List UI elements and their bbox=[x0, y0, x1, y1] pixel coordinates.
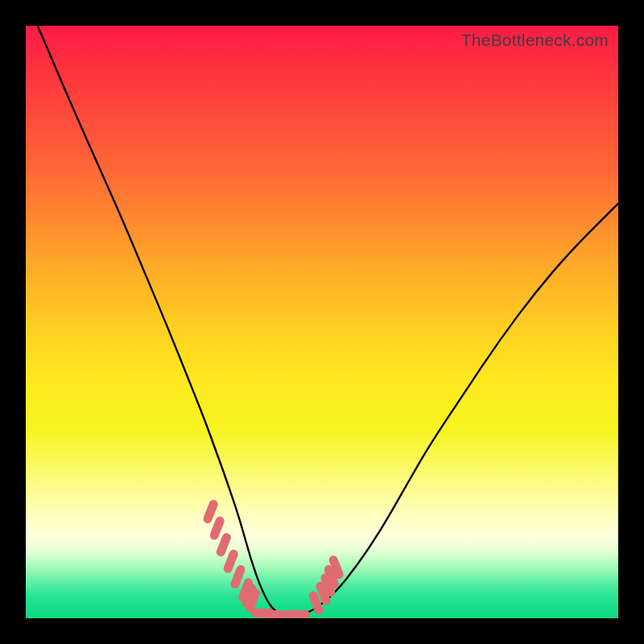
threshold-marker bbox=[221, 538, 226, 552]
threshold-marker bbox=[313, 596, 319, 610]
chart-svg bbox=[26, 26, 618, 618]
threshold-marker bbox=[228, 554, 233, 568]
plot-area: TheBottleneck.com bbox=[26, 26, 618, 618]
threshold-marker bbox=[235, 570, 241, 584]
threshold-marker bbox=[214, 521, 220, 535]
bottleneck-curve bbox=[38, 26, 618, 615]
threshold-markers bbox=[208, 505, 339, 616]
threshold-marker bbox=[250, 593, 255, 608]
threshold-marker bbox=[333, 560, 339, 575]
threshold-marker bbox=[208, 505, 213, 519]
